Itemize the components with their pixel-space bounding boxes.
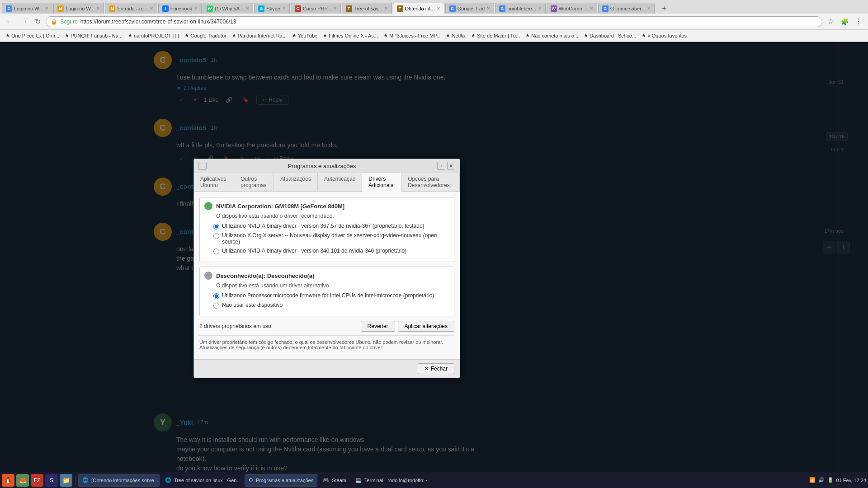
taskbar-files2-icon[interactable]: 📁 bbox=[60, 474, 72, 487]
terminal-label: Terminal - rodolfo@rodolfo:~ bbox=[364, 478, 427, 483]
taskbar-clock[interactable]: 01 Fev, 12:24 bbox=[836, 478, 866, 483]
driver-section-unknown: Desconhecido(a): Desconhecido(a) O dispo… bbox=[199, 267, 454, 316]
bookmark-item[interactable]: ★Filmes Online X - As... bbox=[321, 32, 380, 39]
browser-tab-t10[interactable]: G Google Trad ✕ bbox=[445, 3, 495, 14]
forward-btn[interactable]: → bbox=[18, 17, 30, 27]
unknown-status-icon bbox=[204, 272, 212, 280]
taskbar-network-icon[interactable]: 📶 bbox=[809, 477, 816, 483]
browser-tab-t2[interactable]: M Login no W... ✕ bbox=[53, 3, 104, 14]
nvidia-opt3-label: Utilizando NVIDIA binary driver - versio… bbox=[222, 248, 406, 254]
taskbar-app-terminal[interactable]: 💻 Terminal - rodolfo@rodolfo:~ bbox=[352, 474, 431, 487]
bookmark-item[interactable]: ★Netflix bbox=[444, 32, 467, 39]
taskbar-sound-icon[interactable]: 🔊 bbox=[818, 477, 825, 483]
new-tab-btn[interactable]: + bbox=[662, 4, 667, 14]
taskbar-files-icon[interactable]: 🦊 bbox=[16, 474, 29, 487]
browser-tab-t13[interactable]: G G como saber... ✕ bbox=[598, 3, 655, 14]
dialog-tab-autenticação[interactable]: Autenticação bbox=[318, 173, 362, 191]
taskbar-right: 📶 🔊 🔋 01 Fev, 12:24 bbox=[809, 477, 866, 483]
taskbar-app-browser1[interactable]: 🌐 [Obtendo informações sobre... bbox=[78, 474, 160, 487]
drivers-count-text: 2 drivers proprietários em uso. bbox=[199, 323, 273, 329]
dialog-tab-drivers-adicionais[interactable]: Drivers Adicionais bbox=[362, 173, 401, 192]
page-content: C _contato5 1h I use bumblebee to swap b… bbox=[0, 42, 868, 472]
browser-chrome: G Login no W... ✕ M Login no W... ✕ M En… bbox=[0, 0, 868, 42]
nvidia-opt1-label: Utilizando NVIDIA binary driver - versio… bbox=[222, 223, 425, 229]
browser-tab-t8[interactable]: T Tree of sav... ✕ bbox=[342, 3, 392, 14]
taskbar-filezilla-icon[interactable]: FZ bbox=[31, 474, 43, 487]
driver-header-unknown: Desconhecido(a): Desconhecido(a) bbox=[204, 272, 449, 280]
unknown-status-text: O dispositivo está usando um driver alte… bbox=[216, 282, 449, 289]
driver-section-nvidia: NVIDIA Corporation: GM108M [GeForce 840M… bbox=[199, 197, 454, 262]
nvidia-opt2-label: Utilizando X.Org X server -- Nouveau dis… bbox=[222, 232, 449, 245]
dialog-window: − Programas e atualizações + ✕ Aplicativ… bbox=[193, 159, 460, 378]
nvidia-opt3-radio[interactable] bbox=[213, 249, 219, 254]
driver-option: Não usar este dispositivo bbox=[213, 302, 449, 309]
dialog-titlebar: − Programas e atualizações + ✕ bbox=[194, 159, 460, 173]
browser-tab-t7[interactable]: C Curso PHP... ✕ bbox=[291, 3, 341, 14]
dialog-expand-btn[interactable]: + bbox=[437, 162, 445, 170]
dialog-title: Programas e atualizações bbox=[288, 163, 356, 169]
browser-tab-t12[interactable]: W WooComm... ✕ bbox=[547, 3, 597, 14]
unknown-driver-name: Desconhecido(a): Desconhecido(a) bbox=[216, 272, 314, 279]
modal-overlay: − Programas e atualizações + ✕ Aplicativ… bbox=[0, 42, 868, 472]
dialog-body: NVIDIA Corporation: GM108M [GeForce 840M… bbox=[194, 192, 460, 359]
dialog-close-btn-x[interactable]: ✕ bbox=[447, 162, 455, 170]
steam-label: Steam bbox=[332, 478, 346, 483]
nvidia-opt1-radio[interactable] bbox=[213, 224, 219, 230]
browser-tab-t11[interactable]: G bumblebee... ✕ bbox=[495, 3, 546, 14]
bookmark-star-btn[interactable]: ☆ bbox=[825, 16, 836, 27]
dialog-close-button[interactable]: ✕ Fechar bbox=[418, 363, 454, 374]
extensions-btn[interactable]: 🧩 bbox=[839, 16, 851, 27]
dialog-minimize-btn[interactable]: − bbox=[198, 162, 207, 170]
taskbar-app-settings[interactable]: ⚙ Programas e atualizações bbox=[245, 474, 317, 487]
secure-icon: 🔒 bbox=[51, 19, 57, 25]
bookmark-item[interactable]: ★Dashboard | Schoo... bbox=[582, 32, 638, 39]
browser-tab-t6[interactable]: S Skype ✕ bbox=[254, 3, 290, 14]
driver-option: Utilizando NVIDIA binary driver - versio… bbox=[213, 223, 449, 230]
bookmark-item[interactable]: ★MP3Juices - Free MP... bbox=[382, 32, 443, 39]
unknown-opt1-radio[interactable] bbox=[213, 293, 219, 299]
taskbar-ubuntu-icon[interactable]: 🐧 bbox=[2, 474, 14, 487]
bookmark-item[interactable]: ★Google Tradutor bbox=[183, 32, 228, 39]
url-text: https://forum.treeofsavior.com/t/tree-of… bbox=[80, 19, 236, 25]
browser2-label: Tree of savior on linux - Gen... bbox=[174, 478, 241, 483]
bookmark-item[interactable]: ★One Piece Ex | O m... bbox=[4, 32, 61, 39]
bookmark-item[interactable]: ★PUNCH! Fansub - Na... bbox=[63, 32, 124, 39]
driver-option: Utilizando Processor microcode firmware … bbox=[213, 292, 449, 299]
dialog-tab-atualizações[interactable]: Atualizações bbox=[274, 173, 318, 191]
unknown-opt1-label: Utilizando Processor microcode firmware … bbox=[222, 292, 434, 299]
back-btn[interactable]: ← bbox=[4, 17, 15, 27]
bookmark-item[interactable]: ★narutoPROJECT | | | bbox=[126, 32, 181, 39]
dialog-tab-opções-para-desenvolvedores[interactable]: Opções para Desenvolvedores bbox=[401, 173, 460, 191]
taskbar-battery-icon[interactable]: 🔋 bbox=[827, 477, 834, 483]
driver-option: Utilizando NVIDIA binary driver - versio… bbox=[213, 248, 449, 254]
dialog-tab-aplicativos-ubuntu[interactable]: Aplicativos Ubuntu bbox=[194, 173, 234, 191]
taskbar-separator bbox=[75, 476, 75, 485]
browser-tab-t5[interactable]: W (1) WhatsA... ✕ bbox=[203, 3, 253, 14]
nav-bar: ← → ↻ 🔒 Seguro https://forum.treeofsavio… bbox=[0, 14, 868, 30]
unknown-opt2-radio[interactable] bbox=[213, 303, 219, 309]
taskbar-snes-icon[interactable]: S bbox=[45, 474, 58, 487]
browser-tab-t9[interactable]: T Obtendo inf... ✕ bbox=[393, 3, 444, 14]
address-bar[interactable]: 🔒 Seguro https://forum.treeofsavior.com/… bbox=[46, 16, 822, 27]
apply-button[interactable]: Aplicar alterações bbox=[398, 321, 454, 332]
driver-option: Utilizando X.Org X server -- Nouveau dis… bbox=[213, 232, 449, 245]
settings-label: Programas e atualizações bbox=[256, 478, 313, 483]
bookmark-item[interactable]: ★YouTube bbox=[290, 32, 319, 39]
reload-btn[interactable]: ↻ bbox=[33, 16, 43, 27]
browser1-icon: 🌐 bbox=[82, 477, 89, 483]
secure-label: Seguro bbox=[60, 19, 78, 25]
dialog-tab-outros-programas[interactable]: Outros programas bbox=[234, 173, 274, 191]
bookmark-item[interactable]: ★Site do Maiur | Tu... bbox=[469, 32, 522, 39]
nvidia-opt2-radio[interactable] bbox=[213, 233, 219, 239]
dialog-tabs: Aplicativos UbuntuOutros programasAtuali… bbox=[194, 173, 460, 192]
bookmark-item[interactable]: ★Não cometa mais o... bbox=[524, 32, 580, 39]
bookmark-item[interactable]: ★Pandora Internet Ra... bbox=[230, 32, 288, 39]
browser-tab-t1[interactable]: G Login no W... ✕ bbox=[2, 3, 52, 14]
taskbar-app-browser2[interactable]: 🌐 Tree of savior on linux - Gen... bbox=[161, 474, 243, 487]
menu-btn[interactable]: ⋮ bbox=[853, 16, 864, 27]
bookmark-item[interactable]: ★» Outros favoritos bbox=[640, 32, 689, 39]
taskbar-app-steam[interactable]: 🎮 Steam bbox=[319, 474, 350, 487]
browser-tab-t3[interactable]: M Entrada - ro... ✕ bbox=[105, 3, 157, 14]
revert-button[interactable]: Reverter bbox=[361, 321, 395, 332]
browser-tab-t4[interactable]: f Facebook ✕ bbox=[158, 3, 202, 14]
